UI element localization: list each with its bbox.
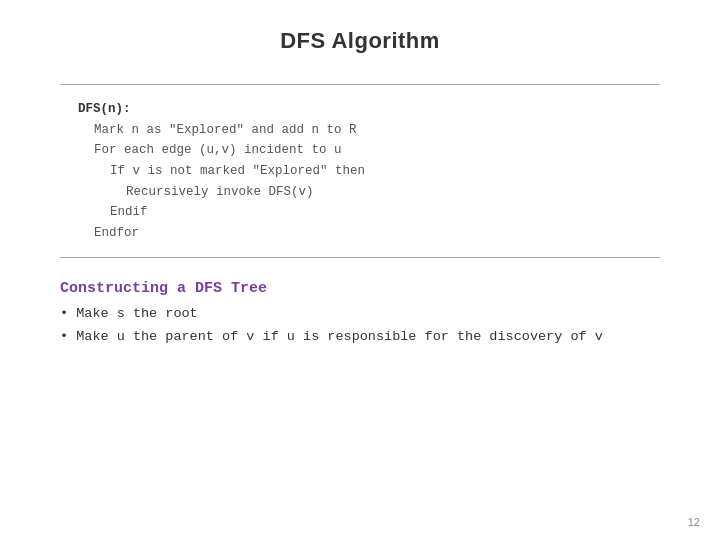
code-box: DFS(n): Mark n as "Explored" and add n t… bbox=[60, 84, 660, 258]
bullet-item-1: Make s the root bbox=[60, 303, 660, 326]
code-line-1: Mark n as "Explored" and add n to R bbox=[78, 120, 642, 141]
section-title: Constructing a DFS Tree bbox=[60, 280, 660, 297]
page-title: DFS Algorithm bbox=[0, 0, 720, 54]
bullet-item-2: Make u the parent of v if u is responsib… bbox=[60, 326, 660, 349]
code-line-2: For each edge (u,v) incident to u bbox=[78, 140, 642, 161]
code-line-4: Recursively invoke DFS(v) bbox=[78, 182, 642, 203]
page-number: 12 bbox=[688, 516, 700, 528]
code-line-func: DFS(n): bbox=[78, 99, 642, 120]
code-line-6: Endfor bbox=[78, 223, 642, 244]
code-block: DFS(n): Mark n as "Explored" and add n t… bbox=[78, 99, 642, 243]
bullet-list: Make s the root Make u the parent of v i… bbox=[60, 303, 660, 349]
code-line-5: Endif bbox=[78, 202, 642, 223]
bottom-section: Constructing a DFS Tree Make s the root … bbox=[60, 280, 660, 349]
func-name: DFS(n): bbox=[78, 102, 131, 116]
code-line-3: If v is not marked "Explored" then bbox=[78, 161, 642, 182]
